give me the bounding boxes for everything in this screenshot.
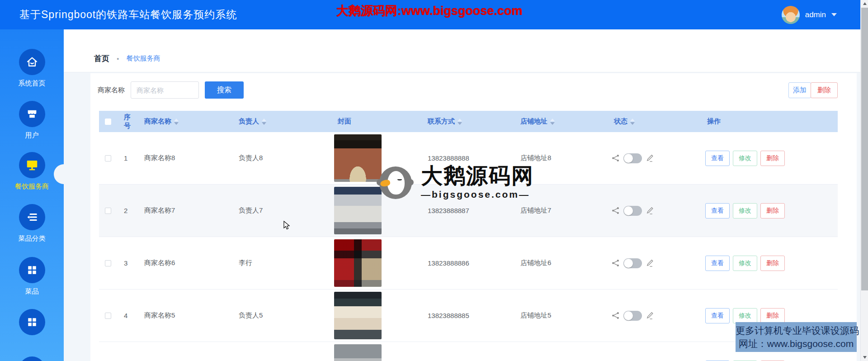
search-input[interactable] bbox=[131, 81, 199, 99]
scrollbar-thumb[interactable] bbox=[861, 8, 868, 290]
cover-image[interactable] bbox=[334, 187, 382, 234]
share-icon[interactable] bbox=[612, 312, 619, 319]
col-address[interactable]: 店铺地址 bbox=[513, 117, 607, 126]
sort-icon[interactable] bbox=[458, 119, 462, 125]
breadcrumb-home[interactable]: 首页 bbox=[94, 53, 109, 64]
row-index: 4 bbox=[117, 312, 137, 319]
user-menu[interactable]: admin bbox=[782, 0, 837, 29]
table-row: 查看 修改 删除 bbox=[99, 342, 838, 361]
manager-name: 负责人8 bbox=[231, 154, 330, 162]
watermark-brand: 大鹅源码网 bbox=[421, 165, 534, 187]
add-button[interactable]: 添加 bbox=[788, 82, 811, 98]
grid-icon bbox=[19, 309, 45, 335]
mouse-cursor bbox=[283, 221, 292, 233]
row-checkbox[interactable] bbox=[105, 313, 111, 319]
col-manager[interactable]: 负责人 bbox=[231, 117, 330, 126]
view-button[interactable]: 查看 bbox=[705, 256, 730, 271]
edit-button[interactable]: 修改 bbox=[733, 256, 757, 271]
table-row: 4 商家名称5 负责人5 13823888885 店铺地址5 查看 修改 删除 bbox=[99, 290, 838, 342]
sidebar-item-dish-category[interactable]: 菜品分类 bbox=[0, 204, 64, 243]
share-icon[interactable] bbox=[612, 154, 619, 162]
sidebar-item-label: 系统首页 bbox=[0, 79, 64, 88]
col-merchant-name[interactable]: 商家名称 bbox=[137, 117, 231, 126]
status-toggle[interactable] bbox=[623, 311, 642, 321]
view-button[interactable]: 查看 bbox=[705, 203, 730, 218]
monitor-icon bbox=[19, 152, 45, 178]
avatar[interactable] bbox=[782, 6, 800, 24]
cover-image[interactable] bbox=[334, 344, 382, 361]
share-icon[interactable] bbox=[612, 259, 619, 267]
sidebar-item-users[interactable]: 用户 bbox=[0, 101, 64, 140]
cover-image[interactable] bbox=[334, 292, 382, 339]
sidebar-item-next[interactable] bbox=[0, 356, 64, 361]
search-button[interactable]: 搜索 bbox=[205, 81, 244, 99]
row-index: 1 bbox=[117, 154, 137, 162]
category-icon bbox=[19, 204, 45, 230]
shop-address: 店铺地址8 bbox=[513, 154, 607, 162]
shop-address: 店铺地址5 bbox=[513, 311, 607, 320]
username: admin bbox=[805, 10, 826, 19]
row-checkbox[interactable] bbox=[105, 155, 111, 162]
edit-button[interactable]: 修改 bbox=[733, 308, 757, 323]
status-toggle[interactable] bbox=[623, 153, 642, 163]
promo-line1: 更多计算机专业毕设课设源码 bbox=[736, 324, 857, 337]
delete-button[interactable]: 删除 bbox=[811, 82, 838, 98]
cover-image[interactable] bbox=[334, 134, 382, 182]
col-actions: 操作 bbox=[700, 117, 838, 126]
merchant-name: 商家名称6 bbox=[137, 259, 231, 267]
edit-pencil-icon[interactable] bbox=[646, 259, 654, 267]
chevron-down-icon bbox=[831, 13, 837, 16]
manager-name: 李行 bbox=[231, 259, 330, 267]
status-toggle[interactable] bbox=[623, 258, 642, 268]
edit-button[interactable]: 修改 bbox=[733, 151, 757, 166]
sidebar-item-home[interactable]: 系统首页 bbox=[0, 49, 64, 88]
cover-image[interactable] bbox=[334, 239, 382, 287]
delete-row-button[interactable]: 删除 bbox=[760, 256, 785, 271]
page-title: 基于Springboot的铁路车站餐饮服务预约系统 bbox=[19, 0, 237, 29]
home-icon bbox=[19, 49, 45, 75]
sidebar-item-label: 菜品分类 bbox=[0, 234, 64, 243]
goose-logo-icon bbox=[377, 165, 414, 202]
scroll-up-icon[interactable] bbox=[861, 0, 868, 7]
table-row: 3 商家名称6 李行 13823888886 店铺地址6 查看 修改 删除 bbox=[99, 237, 838, 290]
scroll-down-icon[interactable] bbox=[861, 354, 868, 361]
view-button[interactable]: 查看 bbox=[705, 308, 730, 323]
breadcrumb-current[interactable]: 餐饮服务商 bbox=[126, 54, 160, 63]
merchant-name: 商家名称5 bbox=[137, 311, 231, 320]
row-checkbox[interactable] bbox=[105, 208, 111, 214]
sidebar-item-label: 餐饮服务商 bbox=[0, 182, 64, 191]
header-watermark: 大鹅源码网:www.bigsgoose.com bbox=[336, 3, 531, 19]
edit-pencil-icon[interactable] bbox=[646, 154, 654, 162]
sort-icon[interactable] bbox=[630, 119, 635, 125]
delete-row-button[interactable]: 删除 bbox=[760, 203, 785, 218]
watermark-domain: —bigsgoose.com— bbox=[421, 189, 534, 200]
delete-row-button[interactable]: 删除 bbox=[760, 308, 785, 323]
col-phone[interactable]: 联系方式 bbox=[420, 117, 513, 126]
top-header: 基于Springboot的铁路车站餐饮服务预约系统 大鹅源码网:www.bigs… bbox=[0, 0, 860, 29]
edit-button[interactable]: 修改 bbox=[733, 203, 757, 218]
sidebar-item-orders[interactable] bbox=[0, 309, 64, 339]
sort-icon[interactable] bbox=[550, 119, 555, 125]
shop-address: 店铺地址7 bbox=[513, 206, 607, 215]
row-checkbox[interactable] bbox=[105, 260, 111, 266]
col-status[interactable]: 状态 bbox=[607, 117, 700, 126]
grid-icon bbox=[19, 257, 45, 283]
row-index: 3 bbox=[117, 259, 137, 267]
row-index: 2 bbox=[117, 207, 137, 214]
merchant-name: 商家名称8 bbox=[137, 154, 231, 162]
edit-pencil-icon[interactable] bbox=[646, 312, 654, 319]
status-toggle[interactable] bbox=[623, 206, 642, 216]
edit-pencil-icon[interactable] bbox=[646, 207, 654, 214]
view-button[interactable]: 查看 bbox=[705, 151, 730, 166]
sort-icon[interactable] bbox=[262, 119, 266, 125]
phone-number: 13823888886 bbox=[420, 259, 513, 267]
phone-number: 13823888885 bbox=[420, 312, 513, 319]
manager-name: 负责人5 bbox=[231, 311, 330, 320]
search-label: 商家名称 bbox=[98, 81, 125, 99]
scrollbar[interactable] bbox=[860, 0, 868, 361]
sidebar-item-dishes[interactable]: 菜品 bbox=[0, 257, 64, 296]
select-all-checkbox[interactable] bbox=[105, 119, 111, 125]
share-icon[interactable] bbox=[612, 207, 619, 214]
sort-icon[interactable] bbox=[174, 119, 179, 125]
delete-row-button[interactable]: 删除 bbox=[760, 151, 785, 166]
